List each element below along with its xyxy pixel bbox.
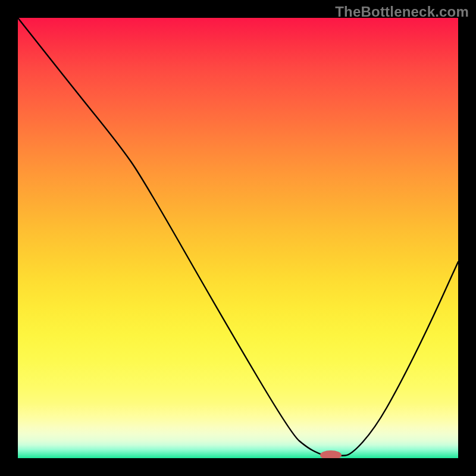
bottleneck-curve	[18, 18, 458, 456]
watermark-text: TheBottleneck.com	[335, 4, 469, 20]
selected-marker	[320, 450, 342, 458]
chart-svg	[18, 18, 458, 458]
gradient-plot-area	[18, 18, 458, 458]
